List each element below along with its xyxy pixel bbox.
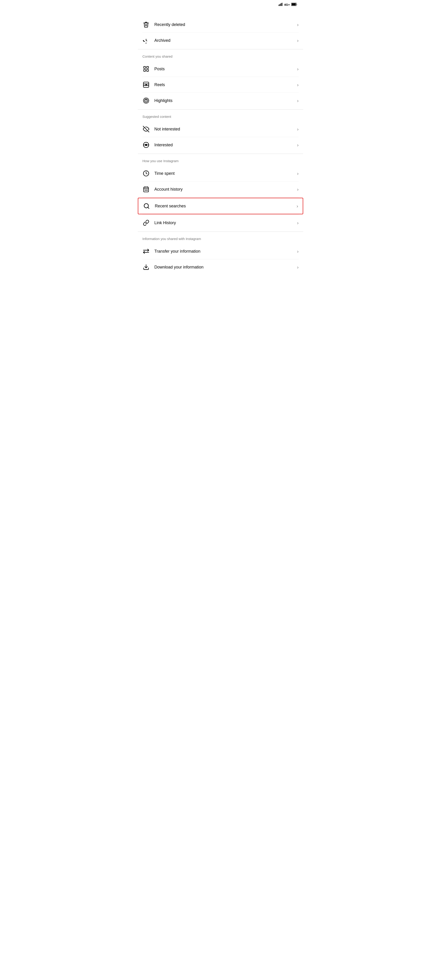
archived-icon [142,37,150,44]
menu-item-recently-deleted[interactable]: Recently deleted› [138,17,303,32]
link-history-chevron: › [297,220,299,226]
menu-item-reels[interactable]: Reels› [138,77,303,92]
menu-item-transfer-info[interactable]: Transfer your information› [138,243,303,259]
archived-label: Archived [154,38,170,43]
trash-icon [142,21,150,28]
section-label-suggested-content: Suggested content [138,110,303,121]
svg-rect-5 [292,3,296,5]
svg-rect-8 [144,69,146,71]
download-info-chevron: › [297,264,299,270]
time-spent-icon [142,170,150,177]
time-spent-chevron: › [297,171,299,176]
svg-rect-29 [147,190,148,191]
svg-line-31 [148,207,149,208]
section-label-content-shared: Content you shared [138,50,303,61]
menu-item-download-info[interactable]: Download your information› [138,259,303,275]
section-divider [138,109,303,110]
archived-chevron: › [297,38,299,43]
reels-icon [142,81,150,88]
interested-label: Interested [154,143,173,148]
svg-point-16 [146,101,146,102]
section-top: Recently deleted› Archived› [138,17,303,48]
section-info-shared: Information you shared with Instagram Tr… [138,233,303,275]
highlights-icon [142,97,150,104]
not-interested-chevron: › [297,127,299,132]
menu-item-time-spent[interactable]: Time spent› [138,165,303,181]
account-history-label: Account history [154,187,183,192]
link-history-icon [142,219,150,226]
svg-rect-23 [144,187,149,192]
menu-item-recent-searches[interactable]: Recent searches› [138,198,303,214]
svg-point-19 [145,144,147,146]
signal-icon [279,3,283,7]
recently-deleted-chevron: › [297,22,299,27]
highlights-chevron: › [297,98,299,103]
menu-item-not-interested[interactable]: Not interested› [138,121,303,137]
interested-chevron: › [297,142,299,148]
menu-item-posts[interactable]: Posts› [138,61,303,77]
section-content-shared: Content you shared Posts› Reels› Highlig… [138,50,303,108]
battery-icon [291,3,297,7]
sections-container: Recently deleted› Archived›Content you s… [138,17,303,275]
transfer-info-label: Transfer your information [154,249,200,254]
status-bar: 4G+ [138,0,303,8]
svg-rect-2 [281,3,281,6]
not-interested-icon [142,126,150,133]
download-info-label: Download your information [154,265,204,270]
recent-searches-chevron: › [296,204,298,209]
interested-icon [142,141,150,149]
recent-searches-label: Recent searches [155,204,186,208]
svg-rect-1 [280,4,280,6]
section-label-how-you-use: How you use Instagram [138,155,303,165]
menu-item-account-history[interactable]: Account history› [138,181,303,197]
transfer-info-chevron: › [297,249,299,254]
account-history-icon [142,186,150,193]
svg-rect-3 [282,3,282,6]
reels-label: Reels [154,83,165,87]
menu-item-link-history[interactable]: Link History› [138,215,303,231]
header [138,8,303,17]
download-icon [142,263,150,271]
recent-searches-icon [143,202,150,210]
svg-rect-6 [144,67,146,68]
section-how-you-use: How you use Instagram Time spent› Accoun… [138,155,303,231]
posts-label: Posts [154,67,165,72]
time-spent-label: Time spent [154,171,175,176]
svg-rect-7 [146,67,148,68]
section-suggested-content: Suggested content Not interested› Intere… [138,110,303,153]
posts-chevron: › [297,66,299,72]
link-history-label: Link History [154,221,176,225]
not-interested-label: Not interested [154,127,180,132]
svg-rect-0 [279,5,279,6]
menu-item-highlights[interactable]: Highlights› [138,93,303,108]
svg-rect-27 [145,190,146,191]
transfer-icon [142,248,150,255]
network-label: 4G+ [284,3,290,6]
menu-item-interested[interactable]: Interested› [138,137,303,153]
item-divider [142,197,299,197]
highlights-label: Highlights [154,98,172,103]
section-label-info-shared: Information you shared with Instagram [138,233,303,243]
menu-item-archived[interactable]: Archived› [138,33,303,48]
reels-chevron: › [297,82,299,88]
svg-rect-9 [146,69,148,71]
svg-rect-28 [146,190,147,191]
recently-deleted-label: Recently deleted [154,22,185,27]
posts-icon [142,65,150,73]
section-divider [138,49,303,49]
account-history-chevron: › [297,187,299,192]
